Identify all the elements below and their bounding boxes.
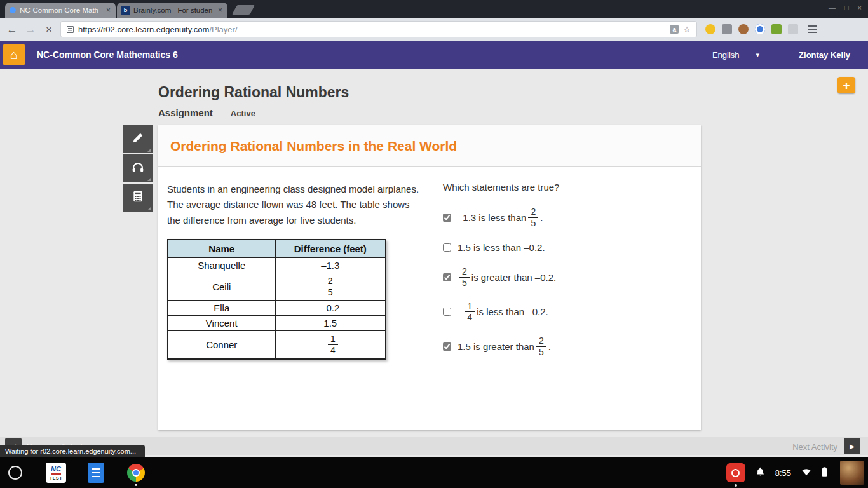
launcher-icon[interactable] <box>8 466 22 480</box>
text-segment: is less than –0.2. <box>477 306 548 317</box>
answer-option[interactable]: 25 is greater than –0.2. <box>443 266 692 288</box>
fraction: 25 <box>536 335 547 358</box>
browser-menu-icon[interactable] <box>808 25 817 33</box>
os-shelf: NC TEST 8:55 <box>0 458 868 488</box>
add-button[interactable]: + <box>837 77 855 93</box>
table-header-row: Name Difference (feet) <box>168 240 386 258</box>
back-button[interactable]: ← <box>5 24 19 35</box>
lesson-title: Ordering Rational Numbers in the Real Wo… <box>170 139 457 154</box>
answer-option[interactable]: –1.3 is less than 25. <box>443 206 692 229</box>
chevron-down-icon: ▾ <box>756 51 760 59</box>
option-checkbox[interactable] <box>443 342 451 351</box>
extension-icon-1[interactable] <box>705 24 715 34</box>
browser-status-bubble: Waiting for r02.core.learn.edgenuity.com… <box>0 445 145 458</box>
home-button[interactable]: ⌂ <box>3 44 25 65</box>
arrow-right-icon: ▶ <box>850 443 855 450</box>
table-row: Vincent1.5 <box>168 316 386 331</box>
docs-app-icon[interactable] <box>88 463 104 483</box>
clock: 8:55 <box>775 468 791 478</box>
text-segment: 1.5 is greater than <box>458 341 534 352</box>
activity-subtabs: Assignment Active <box>158 107 255 118</box>
student-name-cell: Vincent <box>168 316 275 331</box>
tab-favicon <box>10 7 16 13</box>
text-segment: is greater than –0.2. <box>471 272 556 283</box>
language-selector[interactable]: English ▾ <box>712 50 759 60</box>
url-text: https://r02.core.learn.edgenuity.com/Pla… <box>78 25 665 34</box>
answer-option[interactable]: 1.5 is greater than 25. <box>443 335 692 358</box>
student-name-cell: Shanquelle <box>168 257 275 273</box>
difference-cell: 25 <box>275 273 386 300</box>
student-name-cell: Conner <box>168 331 275 359</box>
option-text: 1.5 is less than –0.2. <box>458 242 545 253</box>
column-header-name: Name <box>168 240 275 258</box>
maximize-icon[interactable]: □ <box>844 4 849 11</box>
table-row: Shanquelle–1.3 <box>168 257 386 273</box>
language-label: English <box>712 50 740 60</box>
column-header-difference: Difference (feet) <box>275 240 386 258</box>
nc-test-app-icon[interactable]: NC TEST <box>46 463 66 483</box>
extension-icon-4[interactable] <box>755 24 765 34</box>
option-text: –14 is less than –0.2. <box>458 301 548 323</box>
extension-icon-5[interactable] <box>771 24 782 34</box>
stop-loading-button[interactable]: × <box>42 24 56 35</box>
browser-tab-edgenuity[interactable]: NC-Common Core Math × <box>5 3 116 18</box>
extension-icon-6[interactable] <box>788 24 798 34</box>
screen: NC-Common Core Math × b Brainly.com - Fo… <box>0 0 868 488</box>
audio-tool-button[interactable] <box>123 154 153 182</box>
bookmark-star-icon[interactable]: ☆ <box>683 25 691 34</box>
forward-button[interactable]: → <box>24 24 37 35</box>
option-checkbox[interactable] <box>443 214 451 222</box>
tab-close-icon[interactable]: × <box>105 6 111 14</box>
brainly-favicon: b <box>121 6 130 15</box>
table-row: Ella–0.2 <box>168 301 386 316</box>
next-activity-button[interactable]: ▶ <box>844 438 860 454</box>
chrome-app-icon[interactable] <box>127 464 145 482</box>
address-bar[interactable]: https://r02.core.learn.edgenuity.com/Pla… <box>60 21 697 37</box>
calculator-tool-button[interactable] <box>123 184 153 212</box>
browser-tab-brainly[interactable]: b Brainly.com - For studen × <box>117 3 227 18</box>
user-avatar[interactable] <box>840 461 864 485</box>
system-tray[interactable]: 8:55 <box>726 461 864 485</box>
running-indicator-dot <box>135 484 137 486</box>
answer-option[interactable]: 1.5 is less than –0.2. <box>443 240 692 254</box>
extension-icon-3[interactable] <box>738 24 749 34</box>
translate-icon[interactable]: a <box>670 25 679 34</box>
option-checkbox[interactable] <box>443 273 451 281</box>
lesson-card: Ordering Rational Numbers in the Real Wo… <box>158 125 701 430</box>
difference-table: Name Difference (feet) Shanquelle–1.3Cei… <box>167 239 386 360</box>
minimize-icon[interactable]: — <box>829 4 836 11</box>
answer-option[interactable]: –14 is less than –0.2. <box>443 301 692 323</box>
option-text: 1.5 is greater than 25. <box>458 335 551 358</box>
option-text: –1.3 is less than 25. <box>458 206 543 229</box>
tab-close-icon[interactable]: × <box>217 6 223 14</box>
notification-bell-icon[interactable] <box>756 466 765 479</box>
lesson-intro-text: Students in an engineering class designe… <box>167 182 421 228</box>
extension-icon-2[interactable] <box>722 24 732 34</box>
text-segment: – <box>458 306 463 317</box>
screen-record-app-icon[interactable] <box>726 463 745 482</box>
app-header: ⌂ NC-Common Core Mathematics 6 English ▾… <box>0 41 868 69</box>
close-icon[interactable]: × <box>858 4 862 11</box>
page-icon <box>67 26 74 33</box>
browser-tab-strip: NC-Common Core Math × b Brainly.com - Fo… <box>0 0 868 18</box>
battery-icon <box>822 467 827 479</box>
player-page: + Ordering Rational Numbers Assignment A… <box>0 69 868 458</box>
fraction: 14 <box>464 301 475 323</box>
browser-toolbar: ← → × https://r02.core.learn.edgenuity.c… <box>0 18 868 41</box>
fraction: 25 <box>459 266 470 288</box>
lesson-header: Ordering Rational Numbers in the Real Wo… <box>158 125 701 167</box>
pencil-icon <box>132 132 144 147</box>
home-icon: ⌂ <box>10 48 18 61</box>
page-title: Ordering Rational Numbers <box>158 84 349 101</box>
running-indicator-dot <box>735 484 737 487</box>
tab-assignment[interactable]: Assignment <box>158 107 213 118</box>
option-checkbox[interactable] <box>443 308 451 316</box>
text-segment: . <box>548 341 551 352</box>
difference-table-body: Shanquelle–1.3Ceili25Ella–0.2Vincent1.5C… <box>168 257 386 358</box>
text-segment: –0.2 <box>321 302 339 313</box>
highlighter-tool-button[interactable] <box>123 125 153 153</box>
options-list: –1.3 is less than 25.1.5 is less than –0… <box>443 206 692 358</box>
new-tab-button[interactable] <box>232 5 255 15</box>
option-checkbox[interactable] <box>443 243 451 252</box>
course-title: NC-Common Core Mathematics 6 <box>37 50 178 60</box>
